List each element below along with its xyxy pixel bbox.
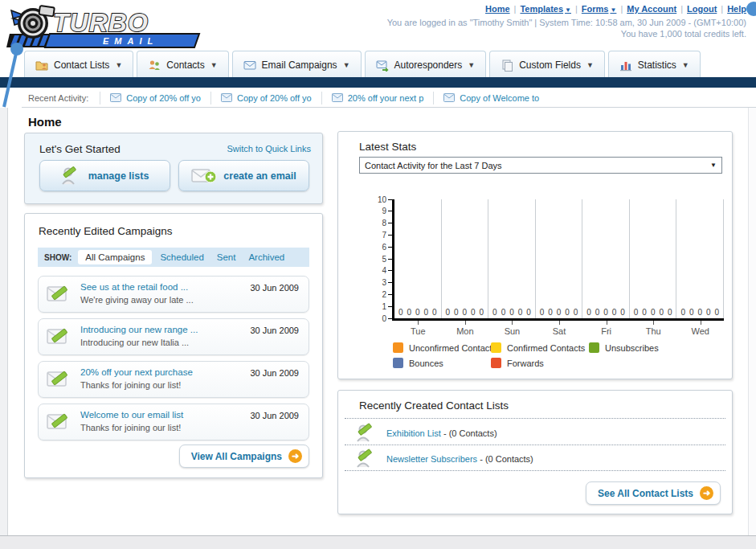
tab-label: Statistics xyxy=(638,59,676,71)
campaign-row[interactable]: Welcome to our email list Thanks for joi… xyxy=(38,404,309,440)
people-icon xyxy=(148,59,161,72)
recent-activity-item[interactable]: 20% off your next p xyxy=(321,92,434,104)
legend-item: Confirmed Contacts xyxy=(491,342,585,353)
arrow-right-icon: ➜ xyxy=(288,449,302,463)
view-all-campaigns-button[interactable]: View All Campaigns ➜ xyxy=(179,445,309,468)
header-link-forms[interactable]: Forms▼ xyxy=(582,4,617,14)
campaign-title-link[interactable]: Introducing our new range ... xyxy=(80,325,198,334)
recent-activity-label: Recent Activity: xyxy=(28,93,88,103)
divider xyxy=(345,445,725,445)
page-bottom-margin xyxy=(0,535,756,549)
tab-custom-fields[interactable]: Custom Fields ▼ xyxy=(489,51,605,78)
envelope-pencil-icon xyxy=(47,326,74,348)
contact-list-row[interactable]: Exhibition List - (0 Contacts) xyxy=(356,423,497,444)
campaign-date: 30 Jun 2009 xyxy=(250,326,299,335)
campaigns-title: Recently Edited Campaigns xyxy=(39,225,173,237)
header-link-logout[interactable]: Logout xyxy=(687,4,717,14)
contact-list-link[interactable]: Newsletter Subscribers xyxy=(386,454,477,464)
chart-plot: 00000000000000000000000000000000000 xyxy=(394,199,724,318)
login-line: You are logged in as "Timothy Smith" | S… xyxy=(387,17,746,28)
show-label: SHOW: xyxy=(44,253,72,262)
contact-lists-panel: Recently Created Contact Lists Exhibitio… xyxy=(337,390,733,514)
recent-activity-item[interactable]: Copy of Welcome to xyxy=(433,92,549,104)
tab-contact-lists[interactable]: Contact Lists ▼ xyxy=(24,51,133,78)
turbo-email-logo: EMAIL TURBO xyxy=(6,2,207,51)
help-bubble-dot xyxy=(746,2,756,16)
separator: | xyxy=(620,4,623,14)
person-pencil-icon xyxy=(61,166,82,186)
legend-item: Unconfirmed Contacts xyxy=(393,342,497,353)
create-an-email-button[interactable]: create an email xyxy=(178,160,309,191)
chart-area: 00000000000000000000000000000000000 xyxy=(392,199,724,321)
envelope-icon xyxy=(110,93,121,102)
header-link-templates[interactable]: Templates▼ xyxy=(520,4,571,14)
stats-period-select[interactable]: Contact Activity for the Last 7 Days ▼ xyxy=(359,157,722,174)
envelope-plus-icon xyxy=(191,167,217,185)
tab-label: Autoresponders xyxy=(394,59,463,71)
campaign-title-link[interactable]: See us at the retail food ... xyxy=(80,282,188,292)
page-right-margin xyxy=(748,108,756,535)
separator: | xyxy=(680,4,683,14)
envelope-pencil-icon xyxy=(47,368,74,391)
contact-list-row[interactable]: Newsletter Subscribers - (0 Contacts) xyxy=(356,449,533,469)
legend-swatch xyxy=(589,342,599,353)
header-link-my-account[interactable]: My Account xyxy=(627,4,676,14)
header-link-home[interactable]: Home xyxy=(485,4,510,14)
caret-down-icon: ▼ xyxy=(565,6,571,14)
campaign-date: 30 Jun 2009 xyxy=(250,411,299,420)
separator: | xyxy=(721,4,723,14)
tab-label: Contact Lists xyxy=(54,59,109,71)
caret-down-icon: ▼ xyxy=(710,162,717,169)
envelope-pencil-icon xyxy=(47,411,74,433)
contact-list-link[interactable]: Exhibition List xyxy=(386,428,441,438)
tab-label: Custom Fields xyxy=(519,59,581,71)
filter-scheduled[interactable]: Scheduled xyxy=(160,252,203,262)
filter-all-campaigns[interactable]: All Campaigns xyxy=(78,250,152,264)
recent-activity-item[interactable]: Copy of 20% off yo xyxy=(100,92,210,104)
filter-archived[interactable]: Archived xyxy=(248,252,284,262)
separator: | xyxy=(575,4,578,14)
tab-email-campaigns[interactable]: Email Campaigns ▼ xyxy=(232,51,362,78)
envelope-icon xyxy=(243,59,256,72)
legend-swatch xyxy=(393,358,403,368)
switch-to-quick-links[interactable]: Switch to Quick Links xyxy=(227,144,311,154)
campaign-row[interactable]: 20% off your next purchase Thanks for jo… xyxy=(38,361,309,398)
recent-activity-item[interactable]: Copy of 20% off yo xyxy=(210,92,321,104)
person-pencil-icon xyxy=(356,423,378,444)
divider xyxy=(345,470,725,471)
campaign-subtitle: We're giving away our late ... xyxy=(80,295,194,305)
filter-sent[interactable]: Sent xyxy=(217,252,236,262)
chart-y-axis: 012345678910 xyxy=(370,199,392,318)
separator: | xyxy=(514,4,517,14)
campaign-subtitle: Thanks for joining our list! xyxy=(80,380,181,390)
tab-autoresponders[interactable]: Autoresponders ▼ xyxy=(365,51,487,78)
tab-statistics[interactable]: Statistics ▼ xyxy=(608,51,701,78)
header-link-help[interactable]: Help xyxy=(727,4,746,14)
tab-contacts[interactable]: Contacts ▼ xyxy=(137,51,228,78)
legend-swatch xyxy=(491,358,501,368)
campaign-row[interactable]: Introducing our new range ... Introducin… xyxy=(38,318,309,355)
latest-stats-panel: Latest Stats Contact Activity for the La… xyxy=(337,131,733,379)
campaign-date: 30 Jun 2009 xyxy=(250,368,299,378)
caret-down-icon: ▼ xyxy=(115,61,122,69)
caret-down-icon: ▼ xyxy=(343,61,350,69)
legend-item: Forwards xyxy=(491,358,544,368)
caret-down-icon: ▼ xyxy=(586,61,594,69)
campaign-title-link[interactable]: Welcome to our email list xyxy=(80,410,183,420)
caret-down-icon: ▼ xyxy=(468,61,475,69)
legend-swatch xyxy=(393,342,403,353)
caret-down-icon: ▼ xyxy=(682,61,689,69)
envelope-icon xyxy=(443,93,455,102)
latest-stats-title: Latest Stats xyxy=(359,141,416,153)
campaign-row[interactable]: See us at the retail food ... We're givi… xyxy=(38,276,309,313)
campaigns-filter-bar: SHOW: All Campaigns Scheduled Sent Archi… xyxy=(38,248,309,267)
turbo-email-dashboard: { "header": { "separator": "|", "nav_lin… xyxy=(0,0,756,549)
manage-lists-button[interactable]: manage lists xyxy=(39,160,170,191)
page-left-margin xyxy=(0,108,8,535)
pages-icon xyxy=(501,59,513,72)
contact-count: - (0 Contacts) xyxy=(443,428,497,438)
campaign-title-link[interactable]: 20% off your next purchase xyxy=(80,367,193,377)
legend-item: Bounces xyxy=(393,358,443,368)
see-all-contact-lists-button[interactable]: See All Contact Lists ➜ xyxy=(586,481,721,505)
person-pencil-icon xyxy=(356,449,378,469)
